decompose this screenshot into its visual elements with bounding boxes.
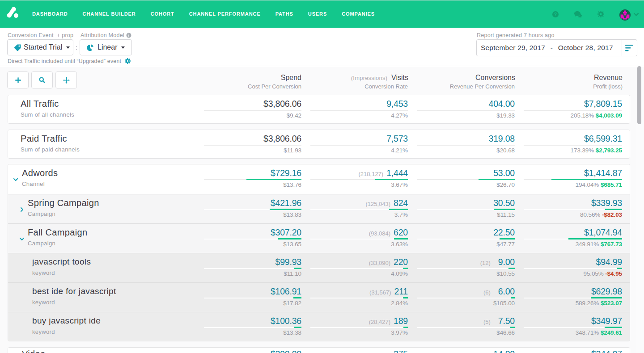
svg-text:?: ?: [554, 12, 557, 17]
